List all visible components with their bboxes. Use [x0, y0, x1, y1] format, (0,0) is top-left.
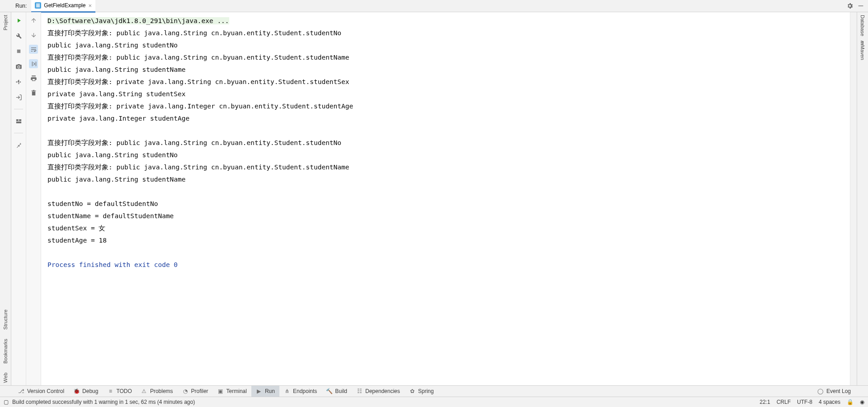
tool-windows-icon[interactable]: ▢ — [4, 399, 9, 405]
terminal-tab[interactable]: ▣Terminal — [213, 386, 251, 397]
caret-position[interactable]: 22:1 — [760, 399, 770, 405]
run-label: Run: — [15, 3, 27, 9]
console-line: private java.lang.String studentSex — [47, 90, 186, 98]
minimize-icon[interactable] — [857, 2, 864, 9]
exit-icon[interactable] — [14, 93, 23, 102]
file-encoding[interactable]: UTF-8 — [797, 399, 812, 405]
debug-tab[interactable]: 🐞Debug — [69, 386, 103, 397]
run-tool-header: Run: GetFieldExample × — [0, 0, 868, 12]
console-line: studentName = defaultStudentName — [47, 212, 174, 220]
console-line: 直接打印类字段对象: public java.lang.String cn.by… — [47, 54, 349, 61]
endpoints-tab[interactable]: ⋔Endpoints — [279, 386, 321, 397]
todo-tab[interactable]: ≡TODO — [103, 386, 136, 397]
console-line: studentSex = 女 — [47, 225, 106, 232]
ide-status-icon[interactable]: ◉ — [860, 399, 864, 405]
spring-tab[interactable]: ✿Spring — [405, 386, 439, 397]
close-tab-icon[interactable]: × — [88, 2, 92, 9]
console-line: studentNo = defaultStudentNo — [47, 200, 158, 207]
bug-icon: 🐞 — [73, 388, 80, 394]
pin-icon[interactable] — [14, 140, 23, 150]
svg-point-2 — [18, 66, 19, 68]
scroll-to-end-icon[interactable] — [29, 59, 38, 68]
bookmarks-tool-button[interactable]: Bookmarks — [3, 339, 8, 364]
console-line: studentAge = 18 — [47, 237, 107, 244]
terminal-icon: ▣ — [217, 388, 224, 394]
svg-rect-3 — [16, 119, 18, 121]
indent-setting[interactable]: 4 spaces — [819, 399, 840, 405]
rerun-icon[interactable] — [14, 16, 23, 25]
build-tab[interactable]: 🔨Build — [321, 386, 352, 397]
hammer-icon: 🔨 — [326, 388, 332, 394]
separator — [14, 133, 23, 133]
bottom-tool-tabs: ⎇Version Control 🐞Debug ≡TODO ⚠Problems … — [0, 385, 868, 397]
status-bar: ▢ Build completed successfully with 1 wa… — [0, 397, 868, 407]
soft-wrap-icon[interactable] — [29, 45, 38, 54]
vertical-scrollbar[interactable] — [850, 12, 857, 385]
project-tool-button[interactable]: Project — [3, 15, 8, 30]
attach-debugger-icon[interactable] — [14, 77, 23, 86]
console-line: 直接打印类字段对象: public java.lang.String cn.by… — [47, 139, 341, 146]
profiler-tab[interactable]: ◔Profiler — [178, 386, 213, 397]
structure-tool-button[interactable]: Structure — [3, 309, 8, 330]
console-toolbar-gutter — [26, 12, 41, 385]
settings-icon[interactable] — [846, 2, 854, 9]
run-tab-getfieldexample[interactable]: GetFieldExample × — [31, 0, 95, 13]
event-log-tab[interactable]: ◯Event Log — [813, 386, 855, 397]
console-line: 直接打印类字段对象: public java.lang.String cn.by… — [47, 164, 349, 171]
up-arrow-icon[interactable] — [29, 16, 38, 25]
console-line: public java.lang.String studentName — [47, 176, 186, 183]
run-tab-title: GetFieldExample — [44, 2, 85, 9]
print-icon[interactable] — [29, 74, 38, 83]
play-icon: ▶ — [256, 388, 262, 394]
todo-icon: ≡ — [107, 388, 113, 394]
run-actions-gutter — [11, 12, 26, 385]
warning-icon: ⚠ — [141, 388, 147, 394]
line-separator[interactable]: CRLF — [777, 399, 791, 405]
stop-icon[interactable] — [14, 47, 23, 56]
maven-tool-button[interactable]: mMaven — [860, 41, 865, 60]
console-line: 直接打印类字段对象: private java.lang.String cn.b… — [47, 78, 349, 85]
command-line: D:\Software\Java\jdk1.8.0_291\bin\java.e… — [47, 17, 229, 24]
console-line: 直接打印类字段对象: public java.lang.String cn.by… — [47, 29, 341, 37]
dependencies-tab[interactable]: ☷Dependencies — [352, 386, 405, 397]
console-line: public java.lang.String studentNo — [47, 151, 178, 159]
svg-rect-5 — [16, 122, 21, 123]
process-exit-line: Process finished with exit code 0 — [47, 261, 178, 268]
left-tool-rail: Project Structure Bookmarks Web — [0, 12, 11, 385]
layout-icon[interactable] — [14, 117, 23, 126]
problems-tab[interactable]: ⚠Problems — [137, 386, 178, 397]
console-line: public java.lang.String studentNo — [47, 42, 178, 49]
separator — [14, 109, 23, 109]
version-control-tab[interactable]: ⎇Version Control — [14, 386, 69, 397]
camera-icon[interactable] — [14, 62, 23, 71]
svg-rect-1 — [17, 49, 20, 53]
run-tab[interactable]: ▶Run — [251, 386, 279, 397]
wrench-icon[interactable] — [14, 31, 23, 40]
dependencies-icon: ☷ — [356, 388, 363, 394]
branch-icon: ⎇ — [18, 388, 24, 394]
right-tool-rail: Database mMaven — [857, 12, 868, 385]
endpoints-icon: ⋔ — [284, 388, 290, 394]
spring-icon: ✿ — [409, 388, 415, 394]
profiler-icon: ◔ — [182, 388, 189, 394]
console-output[interactable]: D:\Software\Java\jdk1.8.0_291\bin\java.e… — [41, 12, 850, 385]
web-tool-button[interactable]: Web — [3, 373, 8, 383]
database-tool-button[interactable]: Database — [860, 15, 865, 36]
console-line: private java.lang.Integer studentAge — [47, 115, 189, 122]
clear-all-icon[interactable] — [29, 88, 38, 97]
java-class-icon — [35, 2, 41, 9]
svg-rect-4 — [19, 119, 21, 121]
readonly-lock-icon[interactable]: 🔒 — [847, 399, 854, 405]
console-line: public java.lang.String studentName — [47, 66, 186, 73]
status-message: Build completed successfully with 1 warn… — [12, 399, 195, 405]
down-arrow-icon[interactable] — [29, 30, 38, 39]
event-log-icon: ◯ — [817, 388, 824, 394]
console-line: 直接打印类字段对象: private java.lang.Integer cn.… — [47, 103, 353, 110]
